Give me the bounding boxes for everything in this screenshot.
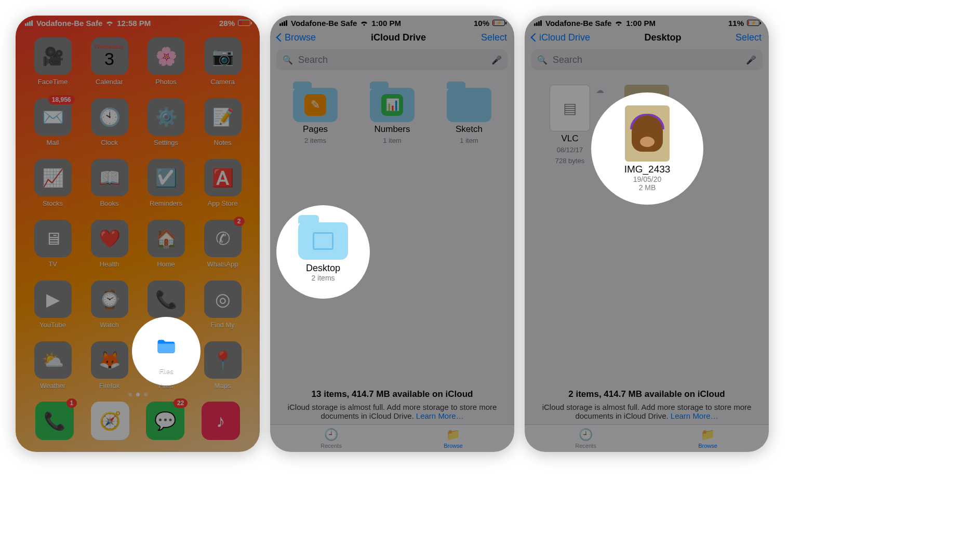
youtube-icon: ▶	[34, 281, 72, 318]
app-find-my[interactable]: ◎Find My	[197, 281, 248, 329]
tab-recents[interactable]: 🕘Recents	[270, 425, 392, 452]
app-calendar[interactable]: Wednesday3Calendar	[84, 37, 135, 86]
reminders-icon: ☑️	[148, 159, 185, 196]
app-youtube[interactable]: ▶YouTube	[27, 281, 78, 329]
wifi-icon	[360, 20, 368, 26]
app-firefox[interactable]: 🦊Firefox	[84, 341, 135, 390]
dock-messages[interactable]: 💬22	[146, 402, 184, 440]
clock-icon: 🕘	[579, 428, 593, 442]
highlight-desktop-folder[interactable]: Desktop 2 items	[276, 205, 370, 299]
file-size: 728 bytes	[555, 157, 584, 166]
battery-icon: ⚡	[492, 20, 505, 26]
back-label: Browse	[285, 32, 316, 43]
folder-name: Numbers	[375, 124, 410, 135]
learn-more-link[interactable]: Learn More…	[671, 411, 718, 420]
select-button[interactable]: Select	[481, 32, 507, 43]
app-maps[interactable]: 📍Maps	[197, 341, 248, 390]
mic-icon[interactable]: 🎤	[491, 55, 502, 65]
app-label: Books	[100, 199, 118, 207]
dock-music[interactable]: ♪	[202, 402, 240, 440]
files-icon	[155, 335, 178, 358]
folder-pages[interactable]: ✎Pages2 items	[278, 81, 352, 145]
folder-numbers[interactable]: 📊Numbers1 item	[355, 81, 429, 145]
app-clock[interactable]: 🕙Clock	[84, 98, 135, 146]
highlight-files-app[interactable]: Files	[132, 317, 201, 385]
app-health[interactable]: ❤️Health	[84, 220, 135, 268]
mic-icon[interactable]: 🎤	[746, 55, 756, 65]
app-stocks[interactable]: 📈Stocks	[27, 159, 78, 207]
app-label: Reminders	[150, 199, 182, 207]
home-icon: 🏠	[148, 220, 185, 257]
badge: 1	[66, 398, 77, 408]
image-thumbnail	[625, 105, 670, 162]
signal-icon	[534, 19, 542, 28]
app-label: Calendar	[96, 78, 123, 86]
page-title: Desktop	[645, 32, 682, 43]
learn-more-link[interactable]: Learn More…	[416, 411, 464, 420]
app-label: WhatsApp	[207, 260, 238, 268]
weather-icon: ⛅	[34, 341, 72, 379]
tab-label: Browse	[444, 443, 463, 449]
status-bar: Vodafone-Be Safe 1:00 PM 11% ⚡	[525, 16, 769, 28]
files-label: Files	[159, 367, 173, 375]
app-notes[interactable]: 📝Notes	[197, 98, 248, 146]
find my-icon: ◎	[204, 281, 242, 318]
app-home[interactable]: 🏠Home	[140, 220, 192, 268]
tab-label: Recents	[321, 443, 341, 449]
search-input[interactable]: 🔍 Search 🎤	[276, 49, 508, 70]
tab-browse[interactable]: 📁Browse	[647, 425, 769, 452]
tab-browse[interactable]: 📁Browse	[392, 425, 514, 452]
app-books[interactable]: 📖Books	[84, 159, 135, 207]
app-app-store[interactable]: 🅰️App Store	[197, 159, 248, 207]
highlight-image-file[interactable]: IMG_2433 19/05/20 2 MB	[591, 92, 703, 205]
select-button[interactable]: Select	[736, 32, 762, 43]
books-icon: 📖	[91, 159, 128, 196]
status-time: 1:00 PM	[371, 19, 401, 28]
app-whatsapp[interactable]: ✆2WhatsApp	[197, 220, 248, 268]
carrier-label: Vodafone-Be Safe	[36, 19, 102, 28]
folder-sketch[interactable]: Sketch1 item	[432, 81, 506, 145]
app-label: YouTube	[39, 321, 66, 329]
app-label: Settings	[154, 139, 178, 146]
app-mail[interactable]: ✉️18,956Mail	[27, 98, 78, 146]
dock-safari[interactable]: 🧭	[91, 402, 129, 440]
app-tv[interactable]: 🖥TV	[27, 220, 78, 268]
app-camera[interactable]: 📷Camera	[197, 37, 248, 86]
facetime-icon: 🎥	[34, 37, 72, 75]
app-label: Watch	[100, 321, 118, 329]
badge: 2	[234, 217, 245, 226]
app-label: Camera	[210, 78, 234, 86]
app-label: Stocks	[43, 199, 63, 207]
app-photos[interactable]: 🌸Photos	[140, 37, 192, 86]
watch-icon: ⌚	[91, 281, 128, 318]
app-settings[interactable]: ⚙️Settings	[140, 98, 192, 146]
file-date: 08/12/17	[557, 146, 583, 155]
status-time: 1:00 PM	[626, 19, 656, 28]
badge: 22	[173, 398, 188, 408]
maps-icon: 📍	[204, 341, 242, 379]
battery-icon: ⚡	[747, 20, 759, 26]
app-facetime[interactable]: 🎥FaceTime	[27, 37, 78, 86]
back-button[interactable]: iCloud Drive	[532, 32, 590, 43]
storage-message: iCloud storage is almost full. Add more …	[525, 401, 769, 424]
folder-icon: 📁	[446, 428, 460, 442]
search-input[interactable]: 🔍 Search 🎤	[531, 49, 763, 70]
wifi-icon	[615, 20, 623, 26]
app-reminders[interactable]: ☑️Reminders	[140, 159, 192, 207]
carrier-label: Vodafone-Be Safe	[291, 19, 357, 28]
battery-icon	[238, 20, 250, 26]
notes-icon: 📝	[204, 98, 242, 136]
back-button[interactable]: Browse	[277, 32, 316, 43]
firefox-icon: 🦊	[91, 341, 128, 379]
folder-name: Sketch	[456, 124, 483, 135]
app-label: Health	[100, 260, 119, 268]
tab-recents[interactable]: 🕘Recents	[525, 425, 647, 452]
file-date: 19/05/20	[633, 175, 662, 183]
tab-label: Recents	[575, 443, 596, 449]
dock-phone[interactable]: 📞1	[35, 402, 74, 440]
app-label: Find My	[210, 321, 234, 329]
app-watch[interactable]: ⌚Watch	[84, 281, 135, 329]
app-weather[interactable]: ⛅Weather	[27, 341, 78, 390]
folder-meta: 1 item	[460, 137, 478, 145]
chevron-left-icon	[532, 32, 538, 43]
